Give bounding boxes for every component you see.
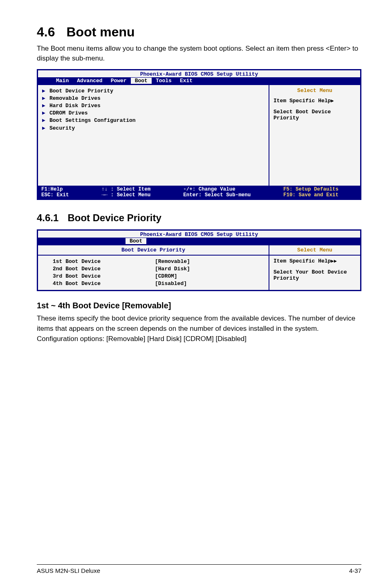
- help-panel-header: Select Menu: [273, 247, 356, 253]
- menu-item: Boot Device Priority: [49, 88, 113, 95]
- bios-help-panel: Select Menu Item Specific Help▶ Select B…: [269, 85, 360, 186]
- footer-page-number: 4-37: [349, 567, 361, 574]
- bios-help-panel: Item Specific Help▶▶ Select Your Boot De…: [269, 256, 360, 290]
- section-heading: 4.6Boot menu: [37, 25, 361, 40]
- bios-screenshot-boot-priority: Phoenix-Award BIOS CMOS Setup Utility Bo…: [37, 229, 361, 292]
- bios-pane-heading: Boot Device Priority: [38, 245, 269, 255]
- page-footer: ASUS M2N-SLI Deluxe 4-37: [37, 564, 361, 574]
- boot-device-row: 2nd Boot Device[Hard Disk]: [53, 265, 264, 273]
- section-title-text: Boot menu: [66, 25, 134, 39]
- help-line-1: Item Specific Help: [273, 98, 331, 104]
- bios-tab-main: Main: [52, 78, 73, 84]
- bios-tab-advanced: Advanced: [73, 78, 106, 84]
- footer-col4: F5: Setup Defaults F10: Save and Exit: [283, 186, 357, 198]
- bios-utility-title: Phoenix-Award BIOS CMOS Setup Utility: [38, 70, 360, 77]
- submenu-arrow-icon: ▶: [42, 88, 49, 95]
- footer-col1: F1:Help ESC: Exit: [41, 186, 101, 198]
- bios-tab-exit: Exit: [176, 78, 197, 84]
- boot-device-row: 4th Boot Device[Disabled]: [53, 280, 264, 287]
- option-heading: 1st ~ 4th Boot Device [Removable]: [37, 301, 361, 310]
- fast-forward-icon: ▶▶: [331, 258, 336, 264]
- footer-col2: ↑↓ : Select Item →← : Select Menu: [101, 186, 183, 198]
- footer-col3: -/+: Change Value Enter: Select Sub-menu: [183, 186, 283, 198]
- submenu-arrow-icon: ▶: [42, 102, 49, 110]
- play-icon: ▶: [331, 98, 334, 104]
- bios-footer-hints: F1:Help ESC: Exit ↑↓ : Select Item →← : …: [38, 186, 360, 199]
- menu-item: Security: [49, 125, 75, 132]
- menu-item: Boot Settings Configuration: [49, 117, 136, 124]
- help-line-2: Select Boot Device Priority: [273, 109, 356, 121]
- bios-tab-boot: Boot: [131, 78, 152, 84]
- help-line-1: Item Specific Help: [273, 258, 331, 264]
- subsection-heading: 4.6.1Boot Device Priority: [37, 212, 361, 224]
- intro-paragraph: The Boot menu items allow you to change …: [37, 44, 361, 63]
- bios-tab-boot: Boot: [126, 238, 146, 244]
- menu-item: Hard Disk Drives: [49, 102, 101, 110]
- bios-tab-tools: Tools: [152, 78, 176, 84]
- bios-tab-bar: Boot: [38, 238, 360, 245]
- submenu-arrow-icon: ▶: [42, 125, 49, 132]
- section-number: 4.6: [37, 25, 55, 40]
- bios-utility-title: Phoenix-Award BIOS CMOS Setup Utility: [38, 231, 360, 238]
- option-description: These items specify the boot device prio…: [37, 314, 361, 344]
- submenu-arrow-icon: ▶: [42, 117, 49, 124]
- bios-menu-list: ▶Boot Device Priority ▶Removable Drives …: [38, 85, 269, 186]
- subsection-title: Boot Device Priority: [67, 212, 161, 223]
- submenu-arrow-icon: ▶: [42, 110, 49, 117]
- bios-tab-bar: Main Advanced Power Boot Tools Exit: [38, 77, 360, 84]
- bios-tab-power: Power: [107, 78, 131, 84]
- footer-product: ASUS M2N-SLI Deluxe: [37, 567, 100, 574]
- help-panel-header: Select Menu: [273, 88, 356, 94]
- subsection-number: 4.6.1: [37, 212, 58, 223]
- boot-device-row: 1st Boot Device[Removable]: [53, 258, 264, 265]
- menu-item: CDROM Drives: [49, 110, 88, 117]
- menu-item: Removable Drives: [49, 95, 101, 102]
- submenu-arrow-icon: ▶: [42, 95, 49, 102]
- boot-device-row: 3rd Boot Device[CDROM]: [53, 273, 264, 280]
- help-line-2: Select Your Boot Device Priority: [273, 269, 356, 281]
- bios-screenshot-boot-menu: Phoenix-Award BIOS CMOS Setup Utility Ma…: [37, 69, 361, 200]
